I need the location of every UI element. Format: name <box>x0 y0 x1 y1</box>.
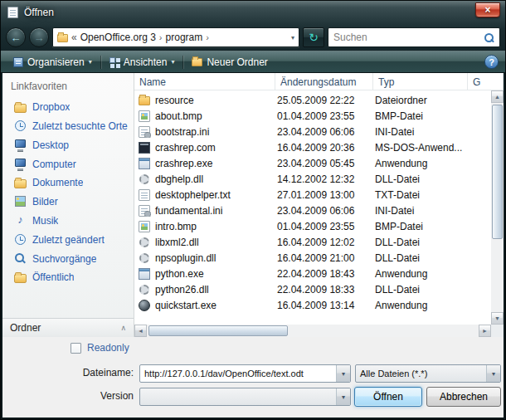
sidebar-item-computer[interactable]: Computer <box>2 154 134 173</box>
scroll-left-button[interactable]: ◄ <box>134 325 147 337</box>
file-row[interactable]: fundamental.ini23.04.2009 06:06INI-Datei <box>134 203 491 218</box>
sidebar-item-searches[interactable]: Suchvorgänge <box>2 249 134 268</box>
chevron-right-icon[interactable]: › <box>159 32 163 42</box>
breadcrumb-overflow-icon[interactable]: « <box>71 32 77 43</box>
file-row[interactable]: intro.bmp01.04.2009 23:55BMP-Datei <box>134 218 491 234</box>
file-type: DLL-Datei <box>373 284 468 295</box>
column-header-size[interactable]: G <box>468 73 504 90</box>
sidebar-item-label: Öffentlich <box>32 271 74 283</box>
breadcrumb-dropdown-icon[interactable]: ▾ <box>288 34 294 42</box>
scroll-down-button[interactable]: ▼ <box>491 312 504 325</box>
file-name-cell[interactable]: desktophelper.txt <box>134 189 275 201</box>
file-date: 22.04.2009 18:43 <box>275 268 373 280</box>
file-date: 16.04.2009 21:00 <box>275 252 373 264</box>
sidebar-item-recently-changed[interactable]: Zuletzt geändert <box>2 230 134 249</box>
new-folder-button[interactable]: Neuer Ordner <box>186 54 273 71</box>
scroll-right-button[interactable]: ► <box>479 325 491 337</box>
column-header-name[interactable]: Name <box>134 73 275 90</box>
forward-button[interactable]: → <box>29 27 49 47</box>
breadcrumb[interactable]: « OpenOffice.org 3 › program › ▾ <box>52 27 299 47</box>
chevron-right-icon[interactable]: › <box>206 32 209 42</box>
file-row[interactable]: crashrep.exe23.04.2009 05:45Anwendung <box>134 155 491 171</box>
folders-expander[interactable]: Ordner ∧ <box>2 318 134 337</box>
chevron-down-icon: ▾ <box>492 370 495 378</box>
file-name-cell[interactable]: intro.bmp <box>134 221 275 232</box>
version-dropdown-button[interactable]: ▾ <box>336 388 350 405</box>
sidebar-item-pictures[interactable]: Bilder <box>2 192 134 211</box>
ini-file-icon <box>139 126 150 138</box>
views-button[interactable]: Ansichten ▾ <box>104 54 181 71</box>
file-row[interactable]: dbghelp.dll14.12.2002 12:32DLL-Datei <box>134 171 491 187</box>
search-input[interactable]: Suchen <box>328 27 500 47</box>
file-name-cell[interactable]: quickstart.exe <box>134 300 275 311</box>
filename-dropdown-button[interactable]: ▾ <box>336 365 350 382</box>
file-name: crashrep.exe <box>155 158 212 169</box>
file-name-cell[interactable]: bootstrap.ini <box>134 126 275 138</box>
sidebar-item-label: Musik <box>32 215 58 227</box>
recent-icon <box>14 120 27 132</box>
filetype-dropdown-button[interactable]: ▾ <box>486 365 500 382</box>
scroll-up-icon: ▲ <box>494 94 500 100</box>
txt-file-icon <box>139 189 150 201</box>
file-date: 01.04.2009 23:55 <box>275 110 373 122</box>
sidebar-item-desktop[interactable]: Desktop <box>2 135 134 154</box>
organize-button[interactable]: Organisieren ▾ <box>7 54 98 71</box>
file-row[interactable]: resource25.05.2009 22:22Dateiordner <box>134 92 491 108</box>
file-row[interactable]: python26.dll22.04.2009 18:33DLL-Datei <box>134 281 491 297</box>
file-name-cell[interactable]: fundamental.ini <box>134 205 275 217</box>
folder-icon <box>14 179 27 188</box>
help-button[interactable]: ? <box>484 55 499 69</box>
vertical-scroll-thumb[interactable] <box>492 105 503 239</box>
scroll-up-button[interactable]: ▲ <box>491 90 504 103</box>
filename-value[interactable]: http://127.0.0.1/dav/OpenOffice/text.odt <box>140 369 336 378</box>
file-row[interactable]: crashrep.com16.04.2009 20:36MS-DOS-Anwen… <box>134 139 491 155</box>
file-name: libxml2.dll <box>155 237 199 248</box>
readonly-option[interactable]: Readonly <box>71 342 129 354</box>
sidebar-item-label: Dokumente <box>32 177 83 188</box>
readonly-checkbox[interactable] <box>71 343 81 354</box>
back-button[interactable]: ← <box>6 27 26 47</box>
file-date: 27.01.2009 13:00 <box>275 189 373 201</box>
file-row[interactable]: quickstart.exe16.04.2009 13:14Anwendung <box>134 297 491 313</box>
file-name-cell[interactable]: libxml2.dll <box>134 237 275 248</box>
file-row[interactable]: libxml2.dll16.04.2009 12:02DLL-Datei <box>134 234 491 250</box>
breadcrumb-crumb[interactable]: OpenOffice.org 3 <box>80 32 156 43</box>
search-icon[interactable] <box>484 32 494 43</box>
sidebar-item-music[interactable]: ♪Musik <box>2 211 134 230</box>
column-header-type[interactable]: Typ <box>373 73 468 90</box>
vertical-scrollbar[interactable]: ▲ ▼ <box>491 90 504 325</box>
filetype-combobox[interactable]: Alle Dateien (*.*) ▾ <box>355 364 501 383</box>
title-bar[interactable]: Öffnen × <box>1 1 505 24</box>
file-name-cell[interactable]: resource <box>134 95 275 106</box>
search-icon <box>14 252 27 265</box>
sidebar-item-documents[interactable]: Dokumente <box>2 173 134 192</box>
navigation-bar: ← → « OpenOffice.org 3 › program › ▾ ↻ S… <box>1 24 505 51</box>
file-row[interactable]: about.bmp01.04.2009 23:55BMP-Datei <box>134 108 491 124</box>
file-name-cell[interactable]: dbghelp.dll <box>134 173 275 185</box>
sidebar-item-recent-places[interactable]: Zuletzt besuchte Orte <box>2 116 134 135</box>
file-name-cell[interactable]: npsoplugin.dll <box>134 252 275 264</box>
file-row[interactable]: python.exe22.04.2009 18:43Anwendung <box>134 266 491 281</box>
file-name-cell[interactable]: python.exe <box>134 268 275 280</box>
sidebar-item-dropbox[interactable]: Dropbox <box>2 98 134 116</box>
filename-combobox[interactable]: http://127.0.0.1/dav/OpenOffice/text.odt… <box>139 364 351 383</box>
file-name-cell[interactable]: about.bmp <box>134 110 275 122</box>
file-name-cell[interactable]: crashrep.exe <box>134 158 275 169</box>
file-name-cell[interactable]: crashrep.com <box>134 142 275 154</box>
file-row[interactable]: npsoplugin.dll16.04.2009 21:00DLL-Datei <box>134 250 491 266</box>
close-button[interactable]: × <box>475 2 500 17</box>
cancel-button[interactable]: Abbrechen <box>426 387 501 407</box>
file-row[interactable]: desktophelper.txt27.01.2009 13:00TXT-Dat… <box>134 187 491 203</box>
breadcrumb-crumb[interactable]: program <box>166 32 203 43</box>
version-combobox[interactable]: ▾ <box>139 388 351 406</box>
file-row[interactable]: bootstrap.ini23.04.2009 06:06INI-Datei <box>134 124 491 139</box>
column-header-date[interactable]: Änderungsdatum <box>275 73 373 90</box>
horizontal-scrollbar[interactable]: ◄ ► <box>134 325 491 337</box>
sidebar-item-label: Zuletzt besuchte Orte <box>32 120 128 132</box>
file-name-cell[interactable]: python26.dll <box>134 284 275 295</box>
refresh-button[interactable]: ↻ <box>303 27 324 47</box>
sidebar-item-public[interactable]: Öffentlich <box>2 268 134 286</box>
open-button[interactable]: Öffnen <box>354 387 422 407</box>
app-file-icon <box>139 268 150 280</box>
horizontal-scroll-thumb[interactable] <box>148 325 288 336</box>
